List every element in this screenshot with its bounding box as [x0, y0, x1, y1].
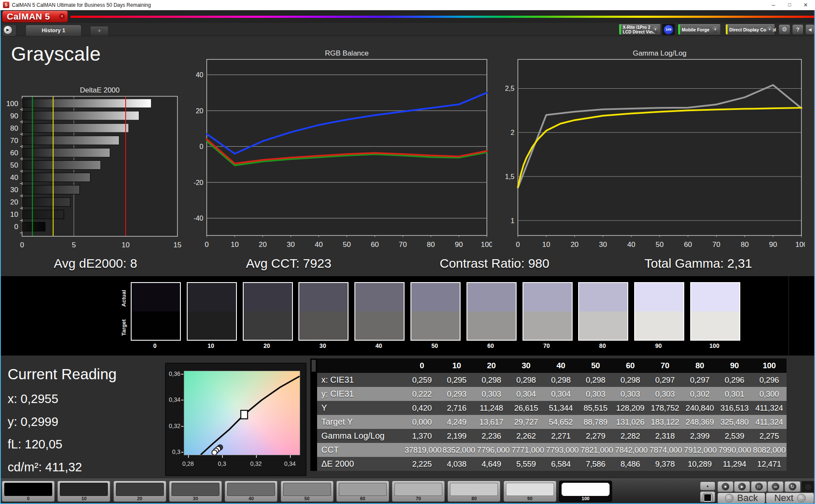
level-patch-80[interactable]: 80: [447, 481, 500, 502]
table-cell: 0,298: [474, 373, 509, 387]
level-patch-0[interactable]: 0: [2, 481, 55, 502]
swatch-box: [634, 282, 684, 341]
table-cell: 29,727: [509, 415, 543, 429]
actual-color: [579, 283, 627, 311]
column-header: 30: [509, 358, 543, 373]
grayscale-swatch-60: 60: [467, 282, 515, 349]
svg-text:30: 30: [287, 241, 295, 249]
svg-text:1: 1: [511, 217, 514, 224]
level-patch-90[interactable]: 90: [503, 481, 556, 502]
add-tab-button[interactable]: +: [90, 26, 109, 36]
help-button[interactable]: ?: [792, 24, 804, 35]
stop-icon: ■: [722, 483, 729, 490]
table-cell: 4,249: [439, 415, 474, 429]
level-patch-70[interactable]: 70: [392, 481, 445, 502]
meter-count-badge: 149: [663, 25, 674, 35]
swatch-label: 0: [131, 342, 179, 349]
tab-history-1[interactable]: History 1: [25, 25, 82, 36]
row-label: CCT: [317, 443, 405, 457]
stop-button[interactable]: ■: [717, 481, 734, 492]
patch-color: [227, 483, 275, 496]
table-row: y: CIE310,2220,2930,3030,3040,3040,3030,…: [310, 387, 787, 401]
table-cell: 1,370: [405, 429, 439, 443]
next-button[interactable]: Next »: [766, 493, 814, 504]
table-cell: 411,324: [752, 415, 787, 429]
close-button[interactable]: ×: [797, 0, 814, 10]
settings-button[interactable]: ⚙: [778, 24, 790, 35]
swatch-label: 80: [578, 342, 627, 349]
level-patch-60[interactable]: 60: [336, 481, 389, 502]
svg-text:-40: -40: [194, 215, 203, 222]
actual-color: [635, 283, 683, 311]
patch-label: 10: [58, 496, 110, 501]
svg-text:100: 100: [795, 241, 805, 249]
cie-y-tick: 0,32: [166, 423, 180, 429]
table-cell: 7771,000: [511, 443, 545, 457]
table-cell: 0,298: [578, 373, 613, 387]
level-patch-10[interactable]: 10: [57, 481, 110, 502]
stat-contrast-ratio: Contrast Ratio: 980: [403, 256, 586, 274]
table-cell: 2,282: [613, 429, 648, 443]
grayscale-swatch-20: 20: [243, 282, 291, 349]
row-label: ΔE 2000: [317, 457, 405, 471]
swatch-label: 40: [354, 342, 403, 349]
table-cell: 7,586: [578, 457, 613, 471]
grayscale-swatch-100: 100: [690, 282, 739, 349]
svg-text:10: 10: [231, 241, 239, 249]
target-color: [635, 311, 683, 340]
level-patch-20[interactable]: 20: [113, 481, 166, 502]
source-status-bar: [678, 25, 680, 34]
knob-icon: [804, 483, 812, 491]
swatch-label: 30: [298, 342, 347, 349]
table-cell: 0,298: [543, 373, 578, 387]
next-label: Next: [774, 493, 793, 504]
level-patch-100[interactable]: 100: [559, 481, 612, 502]
strip-divider: [788, 276, 789, 356]
refresh-button[interactable]: ↻: [784, 481, 801, 492]
panel-up-button[interactable]: ▲: [700, 482, 715, 490]
table-cell: 0,303: [613, 387, 648, 401]
chevrons-left-icon: «: [725, 494, 734, 502]
table-cell: 4,649: [474, 457, 509, 471]
actual-color: [411, 283, 460, 311]
svg-text:10: 10: [10, 210, 18, 218]
table-cell: 7821,000: [579, 443, 614, 457]
table-row: Target Y0,0004,24913,61729,72754,65288,7…: [310, 415, 787, 429]
collapse-panel-button[interactable]: ◀: [805, 24, 815, 35]
level-patch-50[interactable]: 50: [281, 481, 334, 502]
actual-color: [132, 283, 180, 311]
meter-status-bar: [619, 25, 621, 34]
pattern-window-button[interactable]: [700, 491, 715, 502]
table-cell: 128,209: [613, 401, 648, 415]
display-control-dropdown[interactable]: Direct Display Control ▼: [725, 24, 775, 35]
patch-color: [562, 483, 610, 496]
back-button[interactable]: « Back: [717, 493, 765, 504]
level-patch-40[interactable]: 40: [225, 481, 278, 502]
maximize-button[interactable]: □: [781, 0, 798, 10]
table-cell: 11,248: [474, 401, 509, 415]
svg-text:90: 90: [769, 241, 777, 249]
chevron-down-icon: ▼: [652, 26, 659, 33]
table-cell: 7912,000: [683, 443, 717, 457]
svg-text:100: 100: [481, 241, 492, 249]
calman-logo-button[interactable]: CalMAN 5 ▼: [2, 11, 68, 22]
patch-label: 0: [2, 496, 54, 501]
cie-x-tick: 0,3: [214, 460, 230, 467]
tab-scroll-button[interactable]: ▶: [2, 24, 17, 36]
source-dropdown[interactable]: Mobile Forge ▼: [677, 24, 721, 35]
level-patch-30[interactable]: 30: [169, 481, 222, 502]
loop-button[interactable]: ∞: [767, 481, 784, 492]
actual-color: [691, 283, 739, 311]
meter-dropdown[interactable]: X-Rite i1Pro 2LCD Direct View ▼: [618, 24, 661, 35]
grayscale-swatch-80: 80: [578, 282, 627, 349]
spectrum-bar: [70, 16, 814, 18]
patch-color: [506, 483, 554, 496]
table-cell: 0,303: [578, 387, 613, 401]
gear-icon: ⚙: [782, 26, 787, 33]
play-icon: ▶: [738, 483, 746, 490]
table-cell: 0,304: [509, 387, 543, 401]
cie-x-tick: 0,32: [247, 460, 264, 467]
range-button[interactable]: [·]: [751, 481, 767, 492]
play-button[interactable]: ▶: [734, 481, 750, 492]
minimize-button[interactable]: –: [765, 0, 782, 10]
